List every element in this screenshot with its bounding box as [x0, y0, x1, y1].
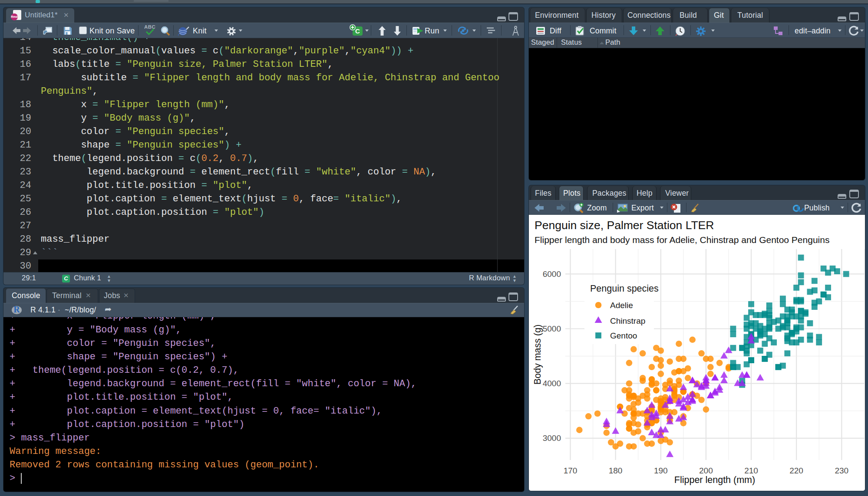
svg-text:180: 180 — [609, 466, 623, 475]
svg-text:Chinstrap: Chinstrap — [610, 316, 645, 325]
svg-text:6000: 6000 — [543, 269, 561, 279]
svg-text:220: 220 — [789, 466, 803, 475]
svg-text:200: 200 — [699, 466, 713, 475]
svg-text:Penguin species: Penguin species — [590, 283, 659, 294]
svg-text:4000: 4000 — [543, 379, 561, 388]
svg-text:170: 170 — [564, 466, 578, 475]
svg-text:3000: 3000 — [543, 434, 561, 443]
svg-text:5000: 5000 — [543, 324, 561, 333]
svg-text:230: 230 — [835, 466, 848, 475]
svg-text:190: 190 — [654, 466, 668, 475]
svg-text:210: 210 — [744, 466, 758, 475]
svg-text:Flipper length (mm): Flipper length (mm) — [674, 475, 755, 485]
svg-text:Flipper length and body mass f: Flipper length and body mass for Adelie,… — [535, 235, 829, 245]
svg-text:Gentoo: Gentoo — [610, 331, 637, 340]
svg-text:Adelie: Adelie — [610, 301, 633, 310]
svg-text:Body mass (g): Body mass (g) — [532, 325, 543, 385]
svg-text:Penguin size, Palmer Station L: Penguin size, Palmer Station LTER — [535, 219, 714, 232]
